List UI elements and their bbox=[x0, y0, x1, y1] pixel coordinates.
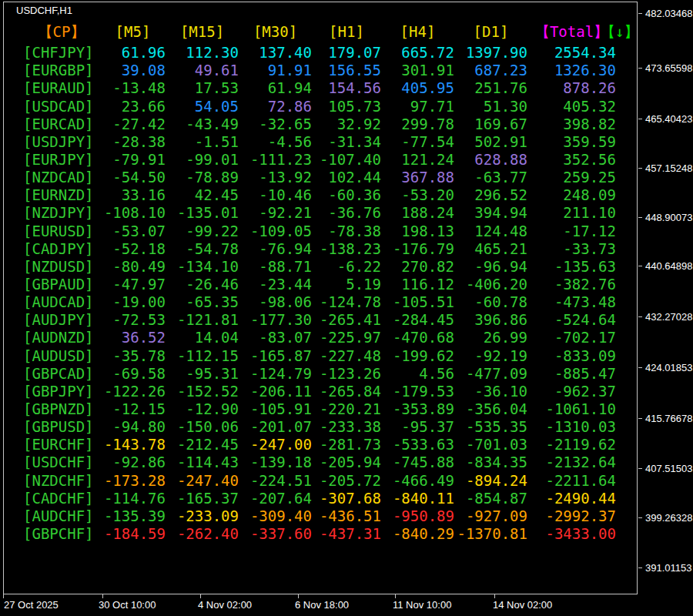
price-axis-label: 432.27028 bbox=[645, 311, 692, 323]
table-row: [EURCHF]-143.78-212.45-247.00-281.73-533… bbox=[23, 436, 616, 454]
value-cell: -524.64 bbox=[527, 311, 616, 329]
value-cell: -470.68 bbox=[381, 329, 454, 346]
value-cell: -745.88 bbox=[381, 454, 454, 471]
pair-label: [EURUSD] bbox=[23, 223, 100, 240]
value-cell: -36.10 bbox=[454, 383, 527, 400]
value-cell: -135.39 bbox=[100, 507, 166, 525]
pair-label: [GBPAUD] bbox=[23, 276, 100, 293]
value-cell: -105.51 bbox=[381, 293, 454, 311]
time-axis-label: 27 Oct 2025 bbox=[4, 599, 59, 611]
pair-label: [GBPUSD] bbox=[23, 418, 100, 436]
value-cell: 51.30 bbox=[454, 98, 527, 116]
pair-label: [NZDCHF] bbox=[23, 472, 100, 490]
value-cell: 211.10 bbox=[527, 204, 616, 222]
currency-power-indicator: 【CP】[M5][M15][M30][H1][H4][D1]【Total】 [C… bbox=[23, 23, 616, 543]
price-axis-label: 440.64898 bbox=[645, 260, 692, 272]
time-axis[interactable]: 27 Oct 202530 Oct 10:004 Nov 02:006 Nov … bbox=[0, 594, 693, 616]
price-axis-label: 457.15248 bbox=[645, 162, 692, 174]
table-row: [EURCAD]-27.42-43.49-32.6532.92299.78169… bbox=[23, 116, 616, 133]
value-cell: -152.52 bbox=[166, 383, 239, 400]
value-cell: 137.40 bbox=[239, 44, 312, 62]
value-cell: -1310.03 bbox=[527, 418, 616, 436]
price-axis-label: 482.03468 bbox=[645, 8, 692, 19]
value-cell: 878.26 bbox=[527, 79, 616, 97]
value-cell: -78.38 bbox=[312, 223, 381, 240]
value-cell: 26.99 bbox=[454, 329, 527, 346]
column-header-3: [M30] bbox=[239, 23, 312, 41]
value-cell: 54.05 bbox=[166, 98, 239, 116]
value-cell: 72.86 bbox=[239, 98, 312, 116]
table-row: [EURGBP]39.0849.6191.91156.55301.91687.2… bbox=[23, 62, 616, 79]
value-cell: -95.37 bbox=[381, 418, 454, 436]
value-cell: 23.66 bbox=[100, 98, 166, 116]
price-axis[interactable]: 482.03468473.65598465.40423457.15248448.… bbox=[638, 0, 693, 594]
price-tick bbox=[638, 119, 642, 119]
table-row: [AUDUSD]-35.78-112.15-165.87-227.48-199.… bbox=[23, 347, 616, 365]
table-row: [GBPCHF]-184.59-262.40-337.60-437.31-840… bbox=[23, 525, 616, 543]
time-axis-label: 30 Oct 10:00 bbox=[99, 599, 156, 611]
table-row: [GBPJPY]-122.26-152.52-206.11-265.84-179… bbox=[23, 383, 616, 400]
value-cell: -54.50 bbox=[100, 169, 166, 186]
value-cell: -224.51 bbox=[239, 472, 312, 490]
value-cell: -32.65 bbox=[239, 116, 312, 133]
value-cell: -227.48 bbox=[312, 347, 381, 365]
value-cell: -114.76 bbox=[100, 490, 166, 507]
table-row: [GBPNZD]-12.15-12.90-105.91-220.21-353.8… bbox=[23, 400, 616, 418]
pair-label: [USDCAD] bbox=[23, 98, 100, 116]
value-cell: -265.84 bbox=[312, 383, 381, 400]
value-cell: 33.16 bbox=[100, 186, 166, 204]
column-header-2: [M15] bbox=[166, 23, 239, 41]
table-row: [EURAUD]-13.4817.5361.94154.56405.95251.… bbox=[23, 79, 616, 97]
value-cell: -382.76 bbox=[527, 276, 616, 293]
pair-label: [GBPCAD] bbox=[23, 365, 100, 383]
value-cell: -165.87 bbox=[239, 347, 312, 365]
price-tick bbox=[638, 217, 642, 218]
value-cell: -2132.64 bbox=[527, 454, 616, 471]
value-cell: -108.10 bbox=[100, 204, 166, 222]
value-cell: -121.81 bbox=[166, 311, 239, 329]
value-cell: 396.86 bbox=[454, 311, 527, 329]
value-cell: 116.12 bbox=[381, 276, 454, 293]
value-cell: -53.20 bbox=[381, 186, 454, 204]
value-cell: -833.09 bbox=[527, 347, 616, 365]
value-cell: -43.49 bbox=[166, 116, 239, 133]
value-cell: -307.68 bbox=[312, 490, 381, 507]
value-cell: -177.30 bbox=[239, 311, 312, 329]
value-cell: -265.41 bbox=[312, 311, 381, 329]
chart-area[interactable]: USDCHF,H1 【CP】[M5][M15][M30][H1][H4][D1]… bbox=[3, 2, 638, 594]
value-cell: 154.56 bbox=[312, 79, 381, 97]
value-cell: 1326.30 bbox=[527, 62, 616, 79]
value-cell: 367.88 bbox=[381, 169, 454, 186]
value-cell: -111.23 bbox=[239, 151, 312, 169]
value-cell: -220.21 bbox=[312, 400, 381, 418]
table-rows: [CHFJPY]61.96112.30137.40179.07665.72139… bbox=[23, 44, 616, 543]
column-header-1: [M5] bbox=[100, 23, 166, 41]
value-cell: -60.36 bbox=[312, 186, 381, 204]
time-tick bbox=[494, 594, 495, 598]
value-cell: 32.92 bbox=[312, 116, 381, 133]
column-header-0: 【CP】 bbox=[23, 23, 100, 41]
value-cell: -3433.00 bbox=[527, 525, 616, 543]
value-cell: 39.08 bbox=[100, 62, 166, 79]
sort-descending-button[interactable]: 【↓】 bbox=[601, 23, 638, 41]
value-cell: -212.45 bbox=[166, 436, 239, 454]
value-cell: 628.88 bbox=[454, 151, 527, 169]
value-cell: -35.78 bbox=[100, 347, 166, 365]
table-row: [EURUSD]-53.07-99.22-109.05-78.38198.131… bbox=[23, 223, 616, 240]
value-cell: 169.67 bbox=[454, 116, 527, 133]
value-cell: -19.00 bbox=[100, 293, 166, 311]
value-cell: -1370.81 bbox=[454, 525, 527, 543]
pair-label: [EURJPY] bbox=[23, 151, 100, 169]
value-cell: -2211.64 bbox=[527, 472, 616, 490]
value-cell: -6.22 bbox=[312, 258, 381, 276]
price-axis-label: 391.01153 bbox=[645, 562, 692, 574]
table-row: [AUDCAD]-19.00-65.35-98.06-124.78-105.51… bbox=[23, 293, 616, 311]
value-cell: -78.89 bbox=[166, 169, 239, 186]
value-cell: 296.52 bbox=[454, 186, 527, 204]
column-header-6: [D1] bbox=[454, 23, 527, 41]
time-axis-label: 14 Nov 02:00 bbox=[493, 599, 552, 611]
pair-label: [EURGBP] bbox=[23, 62, 100, 79]
value-cell: -88.71 bbox=[239, 258, 312, 276]
value-cell: -47.97 bbox=[100, 276, 166, 293]
time-tick bbox=[3, 594, 4, 598]
